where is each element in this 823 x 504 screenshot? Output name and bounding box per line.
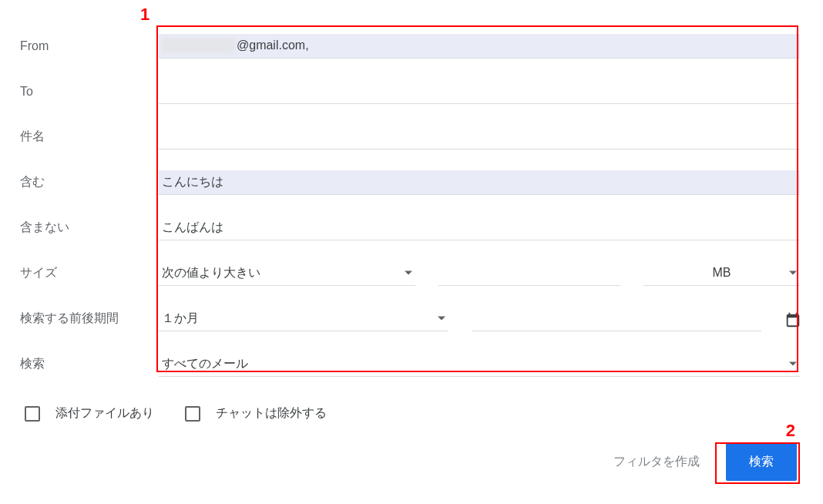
- size-unit-value: MB: [712, 266, 731, 280]
- checkbox-icon: [185, 406, 200, 422]
- from-label: From: [20, 39, 159, 53]
- has-attachment-label: 添付ファイルあり: [55, 405, 154, 422]
- checkbox-row: 添付ファイルあり チャットは除外する: [20, 387, 800, 422]
- redacted-from-user: [162, 38, 235, 53]
- size-operator-dropdown[interactable]: 次の値より大きい: [159, 261, 415, 286]
- to-input[interactable]: [159, 79, 800, 104]
- calendar-icon[interactable]: [784, 311, 800, 327]
- create-filter-button[interactable]: フィルタを作成: [609, 453, 704, 471]
- size-unit-dropdown[interactable]: MB: [643, 261, 800, 286]
- size-value-input[interactable]: [438, 261, 620, 286]
- to-label: To: [20, 85, 159, 99]
- search-button[interactable]: 検索: [726, 443, 797, 481]
- checkbox-icon: [25, 406, 40, 422]
- nothas-words-input[interactable]: こんばんは: [159, 216, 800, 240]
- search-filter-form: From @gmail.com, To 件名 含む こんにちは 含まない こんば…: [0, 0, 823, 422]
- date-range-dropdown[interactable]: １か月: [159, 307, 448, 331]
- date-row: 検索する前後期間 １か月: [20, 296, 800, 341]
- chevron-down-icon: [789, 362, 797, 366]
- nothas-words-row: 含まない こんばんは: [20, 205, 800, 250]
- exclude-chat-checkbox[interactable]: チャットは除外する: [185, 405, 327, 422]
- from-row: From @gmail.com,: [20, 23, 800, 69]
- search-in-label: 検索: [20, 356, 159, 372]
- subject-input[interactable]: [159, 125, 800, 150]
- exclude-chat-label: チャットは除外する: [216, 405, 327, 422]
- date-value-input[interactable]: [472, 307, 761, 331]
- from-suffix: @gmail.com,: [237, 39, 309, 52]
- from-input[interactable]: @gmail.com,: [159, 34, 800, 59]
- chevron-down-icon: [789, 271, 797, 275]
- action-buttons: フィルタを作成 検索: [609, 443, 797, 481]
- subject-label: 件名: [20, 129, 159, 145]
- size-row: サイズ 次の値より大きい MB: [20, 250, 800, 296]
- search-in-value: すべてのメール: [162, 356, 248, 372]
- search-in-dropdown[interactable]: すべてのメール: [159, 352, 800, 377]
- subject-row: 件名: [20, 114, 800, 160]
- chevron-down-icon: [405, 271, 412, 275]
- size-label: サイズ: [20, 265, 159, 281]
- search-in-row: 検索 すべてのメール: [20, 341, 800, 387]
- has-words-input[interactable]: こんにちは: [159, 170, 800, 195]
- has-attachment-checkbox[interactable]: 添付ファイルあり: [25, 405, 154, 422]
- date-label: 検索する前後期間: [20, 311, 159, 327]
- to-row: To: [20, 69, 800, 114]
- nothas-words-label: 含まない: [20, 220, 159, 236]
- has-words-label: 含む: [20, 174, 159, 190]
- date-range-value: １か月: [162, 311, 199, 327]
- size-operator-value: 次の値より大きい: [162, 265, 260, 281]
- chevron-down-icon: [438, 317, 445, 321]
- annotation-number-2: 2: [786, 421, 795, 441]
- has-words-row: 含む こんにちは: [20, 160, 800, 205]
